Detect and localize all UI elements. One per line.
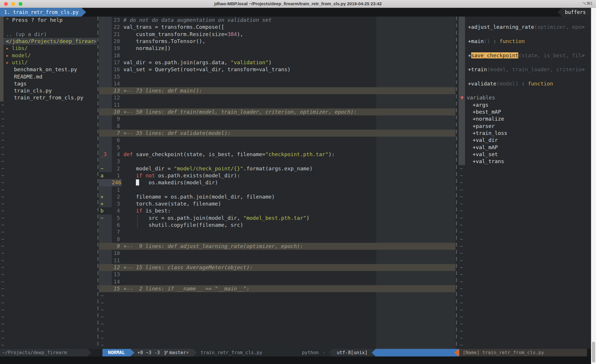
folded-code-line[interactable]: 7+-- 35 lines: def validate(model):: [99, 130, 455, 137]
terminal-scrollbar-thumb[interactable]: [592, 342, 595, 363]
tagbar-status-segment: [Name] train_retr_from_cls.py: [459, 349, 587, 356]
code-line[interactable]: 246 os.makedirs(model_dir): [99, 179, 455, 186]
blank-code-line[interactable]: 18: [99, 52, 455, 59]
line-number: 9: [112, 243, 122, 250]
window-separator-right[interactable]: [456, 17, 457, 349]
line-number: 12: [112, 94, 122, 101]
folded-code-line[interactable]: 13+-- 73 lines: def main():: [99, 87, 455, 94]
tab-train-retr-from-cls[interactable]: 1. train_retr_from_cls.py: [0, 8, 81, 17]
tag-item[interactable]: +adjust_learning_rate(optimizer, epo>: [457, 24, 591, 31]
blank-code-line[interactable]: 3: [99, 158, 455, 165]
tag-variable-item[interactable]: +args: [457, 101, 591, 108]
tag-kind-header[interactable]: ▼ variables: [457, 94, 591, 101]
tag-variable-item[interactable]: +normalize: [457, 115, 591, 122]
tree-file-item[interactable]: README.md: [0, 73, 97, 80]
tag-item[interactable]: +train(model, train_loader, criterio>: [457, 66, 591, 73]
tag-variable-item[interactable]: +val_mAP: [457, 144, 591, 151]
blank-code-line[interactable]: 8: [99, 123, 455, 130]
code-line[interactable]: ~5 │ src = os.path.join(model_dir, "mode…: [99, 215, 455, 222]
tree-empty-line: ~: [0, 306, 97, 313]
tag-variable-item[interactable]: +val_dir: [457, 137, 591, 144]
tree-dir-item[interactable]: ▸model/: [0, 52, 97, 59]
tree-updir-item[interactable]: .. (up a dir): [0, 31, 97, 38]
tag-variable-item[interactable]: +train_loss: [457, 130, 591, 137]
line-number: 10: [112, 250, 122, 257]
vim-tabline: 1. train_retr_from_cls.py buffers: [0, 8, 591, 17]
line-number: 13: [112, 271, 122, 278]
tree-file-item[interactable]: tags: [0, 80, 97, 87]
tagbar-empty-line: ~: [457, 250, 591, 257]
code-line[interactable]: 16val_set = QuerySet(root=val_dir, trans…: [99, 66, 455, 73]
tag-variable-item[interactable]: +val_trans: [457, 158, 591, 165]
terminal-scrollbar-track[interactable]: [591, 8, 596, 364]
tree-dir-item[interactable]: ▸util/: [0, 59, 97, 66]
tagbar-blank-line: [457, 17, 591, 24]
tree-root-item[interactable]: </jdhao/Projects/deep_firear>: [0, 38, 97, 45]
vim-command-line[interactable]: [0, 356, 591, 364]
tagbar-empty-line: ~: [457, 186, 591, 193]
tag-item[interactable]: +main() : function: [457, 38, 591, 45]
tree-empty-line: ~: [0, 186, 97, 193]
tagbar-blank-line: [457, 45, 591, 52]
tagbar-empty-line: ~: [457, 215, 591, 222]
tagbar-empty-line: ~: [457, 271, 591, 278]
line-number: 12: [112, 264, 122, 271]
blank-code-line[interactable]: 14: [99, 278, 455, 285]
code-line[interactable]: b4 if is_best:: [99, 207, 455, 214]
code-line[interactable]: ~2 model_dir = "model/check_point/{}".fo…: [99, 165, 455, 172]
line-number: 19: [112, 45, 122, 52]
folded-code-line[interactable]: 15+-- 2 lines: if __name__ == "__main__"…: [99, 285, 455, 292]
tree-file-item[interactable]: train_cls.py: [0, 87, 97, 94]
code-line[interactable]: _34def save_checkpoint(state, is_best, f…: [99, 151, 455, 158]
code-line[interactable]: 21 custom_transform.Resize(size=384),: [99, 31, 455, 38]
blank-code-line[interactable]: 12: [99, 94, 455, 101]
folded-code-line[interactable]: 9+-- 9 lines: def adjust_learning_rate(o…: [99, 243, 455, 250]
tree-file-item[interactable]: benchmark_on_test.py: [0, 66, 97, 73]
tagbar-empty-line: ~: [457, 257, 591, 264]
tag-variable-item[interactable]: +val_set: [457, 151, 591, 158]
tagbar-blank-line: [457, 31, 591, 38]
code-line[interactable]: a1 if not os.path.exists(model_dir):: [99, 172, 455, 179]
code-line[interactable]: 17val_dir = os.path.join(args.data, "val…: [99, 59, 455, 66]
blank-code-line[interactable]: 11: [99, 257, 455, 264]
tree-dir-item[interactable]: ▸libs/: [0, 45, 97, 52]
git-modified: ~3: [146, 349, 151, 356]
blank-code-line[interactable]: 9: [99, 115, 455, 122]
blank-code-line[interactable]: 11: [99, 101, 455, 108]
tagbar-empty-line: ~: [457, 179, 591, 186]
tag-item[interactable]: +save_checkpoint(state, is_best, fil>: [457, 52, 591, 59]
blank-code-line[interactable]: 8: [99, 236, 455, 243]
window-separator-left[interactable]: [97, 17, 98, 349]
gutter-sign: b: [99, 207, 112, 214]
blank-code-line[interactable]: 5: [99, 144, 455, 151]
tag-variable-item[interactable]: +parser: [457, 123, 591, 130]
code-line[interactable]: +2 filename = os.path.join(model_dir, fi…: [99, 193, 455, 200]
code-line[interactable]: 20 transforms.ToTensor(),: [99, 38, 455, 45]
folded-code-line[interactable]: 10+-- 50 lines: def train(model, train_l…: [99, 108, 455, 115]
tree-empty-line: ~: [0, 172, 97, 179]
blank-code-line[interactable]: 6: [99, 137, 455, 144]
code-editor-pane: 23# do not do data augmentation on valid…: [99, 17, 455, 349]
blank-code-line[interactable]: 10: [99, 250, 455, 257]
blank-code-line[interactable]: 13: [99, 271, 455, 278]
code-line[interactable]: 22val_trans = transforms.Compose([: [99, 24, 455, 31]
code-line[interactable]: 19 normalize]): [99, 45, 455, 52]
tag-variable-item[interactable]: +best_mAP: [457, 108, 591, 115]
code-line[interactable]: 6 │ shutil.copyfile(filename, src): [99, 222, 455, 229]
blank-code-line[interactable]: 15: [99, 73, 455, 80]
powerline-arrow-icon: [130, 349, 134, 356]
macos-titlebar: jdhao-MBP.local ~/Projects/deep_firearm/…: [0, 0, 596, 8]
code-line[interactable]: 23# do not do data augmentation on valid…: [99, 17, 455, 24]
tagbar-empty-line: ~: [457, 236, 591, 243]
tree-file-item[interactable]: train_retr_from_cls.py: [0, 94, 97, 101]
tree-empty-line: ~: [0, 215, 97, 222]
tag-item[interactable]: +validate(model) : function: [457, 80, 591, 87]
tree-empty-line: ~: [0, 299, 97, 306]
blank-code-line[interactable]: 7: [99, 229, 455, 235]
blank-code-line[interactable]: 1: [99, 186, 455, 193]
code-line[interactable]: +3 torch.save(state, filename): [99, 200, 455, 207]
folded-code-line[interactable]: 12+-- 15 lines: class AverageMeter(objec…: [99, 264, 455, 271]
empty-line: ~: [99, 328, 455, 335]
buffers-label: buffers: [562, 8, 591, 17]
blank-code-line[interactable]: 14: [99, 80, 455, 87]
